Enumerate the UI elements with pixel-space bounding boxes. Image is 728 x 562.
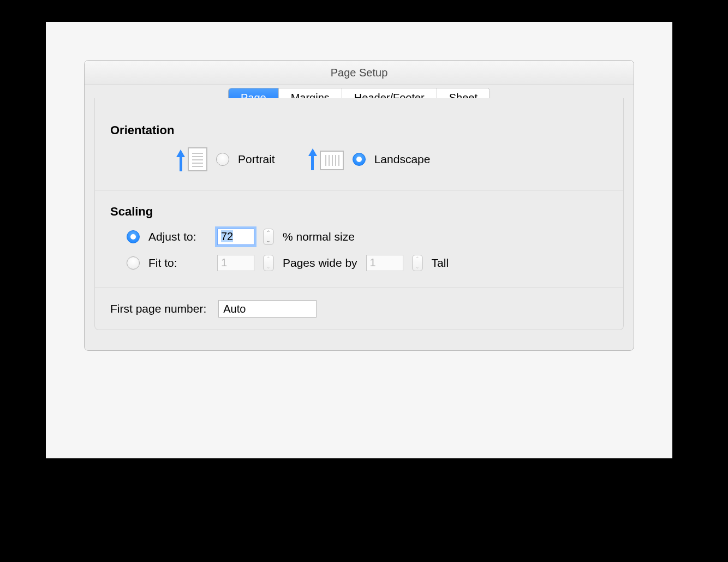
chevron-down-icon: ⌄ bbox=[266, 238, 271, 243]
chevron-down-icon: ⌄ bbox=[415, 265, 420, 270]
arrow-up-icon bbox=[176, 150, 186, 171]
page-portrait-icon bbox=[188, 147, 207, 171]
scaling-adjust-row: Adjust to: 72 ⌃ ⌄ % normal size bbox=[110, 229, 608, 245]
adjust-to-label: Adjust to: bbox=[148, 230, 208, 243]
adjust-to-suffix: % normal size bbox=[283, 230, 355, 243]
first-page-number-input[interactable] bbox=[218, 300, 317, 318]
desktop-backdrop: Page Setup Page Margins Header/Footer Sh… bbox=[46, 22, 672, 458]
landscape-icon bbox=[308, 148, 344, 170]
first-page-number-label: First page number: bbox=[110, 302, 206, 315]
pages-wide-by-label: Pages wide by bbox=[283, 256, 357, 270]
chevron-up-icon: ⌃ bbox=[415, 256, 420, 261]
chevron-up-icon: ⌃ bbox=[266, 256, 271, 261]
orientation-heading: Orientation bbox=[110, 123, 608, 137]
landscape-radio[interactable] bbox=[353, 153, 366, 166]
chevron-up-icon: ⌃ bbox=[266, 230, 271, 235]
tall-label: Tall bbox=[432, 256, 449, 270]
fit-tall-stepper[interactable]: ⌃ ⌄ bbox=[412, 255, 423, 271]
orientation-group: Portrait Landscape bbox=[110, 147, 608, 171]
window-title: Page Setup bbox=[85, 61, 634, 85]
page-setup-window: Page Setup Page Margins Header/Footer Sh… bbox=[84, 60, 634, 351]
tab-panel-page: Orientation Portrait bbox=[94, 98, 624, 330]
adjust-to-radio[interactable] bbox=[127, 230, 140, 243]
fit-to-radio[interactable] bbox=[127, 256, 140, 270]
divider bbox=[95, 190, 623, 190]
fit-wide-stepper[interactable]: ⌃ ⌄ bbox=[263, 255, 274, 271]
fit-tall-input[interactable]: 1 bbox=[366, 255, 403, 271]
orientation-landscape-option: Landscape bbox=[308, 148, 431, 170]
landscape-label: Landscape bbox=[374, 153, 431, 166]
first-page-number-row: First page number: bbox=[110, 300, 608, 318]
divider bbox=[95, 288, 623, 288]
portrait-label: Portrait bbox=[238, 153, 275, 166]
adjust-to-stepper[interactable]: ⌃ ⌄ bbox=[263, 229, 274, 245]
fit-to-label: Fit to: bbox=[148, 256, 208, 270]
adjust-to-value-input[interactable]: 72 bbox=[217, 229, 254, 245]
page-landscape-icon bbox=[320, 151, 344, 170]
orientation-portrait-option: Portrait bbox=[176, 147, 275, 171]
chevron-down-icon: ⌄ bbox=[266, 265, 271, 270]
portrait-radio[interactable] bbox=[216, 153, 229, 166]
portrait-icon bbox=[176, 147, 207, 171]
fit-wide-input[interactable]: 1 bbox=[217, 255, 254, 271]
arrow-up-icon bbox=[308, 148, 318, 170]
scaling-fit-row: Fit to: 1 ⌃ ⌄ Pages wide by 1 ⌃ ⌄ Tall bbox=[110, 255, 608, 271]
scaling-heading: Scaling bbox=[110, 205, 608, 219]
